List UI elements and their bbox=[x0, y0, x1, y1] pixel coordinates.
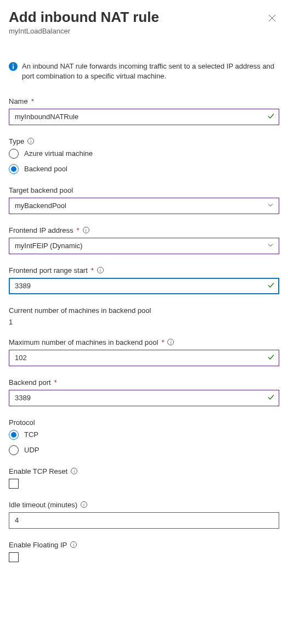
page-title: Add inbound NAT rule bbox=[9, 9, 159, 26]
radio-icon bbox=[9, 445, 19, 455]
name-label: Name bbox=[9, 97, 28, 105]
floating-ip-label: Enable Floating IP bbox=[9, 541, 67, 549]
help-icon[interactable]: i bbox=[27, 138, 34, 144]
port-start-input[interactable] bbox=[9, 278, 279, 294]
port-start-label: Frontend port range start bbox=[9, 266, 88, 275]
type-radio-pool[interactable]: Backend pool bbox=[9, 164, 279, 174]
tcp-reset-label: Enable TCP Reset bbox=[9, 467, 67, 475]
radio-label: UDP bbox=[24, 446, 39, 454]
info-text: An inbound NAT rule forwards incoming tr… bbox=[22, 61, 279, 81]
protocol-radio-udp[interactable]: UDP bbox=[9, 445, 279, 455]
required-indicator: * bbox=[161, 338, 164, 346]
idle-timeout-input[interactable] bbox=[9, 512, 279, 529]
required-indicator: * bbox=[91, 266, 94, 275]
required-indicator: * bbox=[77, 226, 80, 234]
close-icon bbox=[268, 14, 276, 22]
backend-port-label: Backend port bbox=[9, 378, 51, 387]
tcp-reset-checkbox[interactable] bbox=[9, 479, 19, 489]
radio-icon bbox=[9, 149, 19, 159]
radio-icon bbox=[9, 164, 19, 174]
name-input[interactable] bbox=[9, 109, 279, 125]
required-indicator: * bbox=[31, 97, 34, 105]
required-indicator: * bbox=[54, 378, 57, 387]
type-label: Type bbox=[9, 137, 24, 145]
radio-label: Backend pool bbox=[24, 165, 67, 173]
radio-icon bbox=[9, 430, 19, 440]
radio-label: TCP bbox=[24, 430, 38, 439]
max-machines-input[interactable] bbox=[9, 350, 279, 366]
svg-rect-1 bbox=[13, 66, 14, 69]
protocol-radio-group: TCP UDP bbox=[9, 430, 279, 455]
info-banner: An inbound NAT rule forwards incoming tr… bbox=[9, 61, 279, 81]
idle-timeout-label: Idle timeout (minutes) bbox=[9, 501, 77, 509]
close-button[interactable] bbox=[265, 11, 279, 25]
frontend-ip-label: Frontend IP address bbox=[9, 226, 74, 234]
help-icon[interactable]: i bbox=[167, 339, 174, 345]
current-machines-value: 1 bbox=[9, 318, 279, 326]
type-radio-vm[interactable]: Azure virtual machine bbox=[9, 149, 279, 159]
help-icon[interactable]: i bbox=[70, 541, 77, 548]
help-icon[interactable]: i bbox=[83, 227, 89, 233]
target-pool-select[interactable]: myBackendPool bbox=[9, 198, 279, 214]
current-machines-label: Current number of machines in backend po… bbox=[9, 306, 151, 315]
frontend-ip-select[interactable]: myIntFEIP (Dynamic) bbox=[9, 238, 279, 254]
help-icon[interactable]: i bbox=[71, 468, 77, 474]
type-radio-group: Azure virtual machine Backend pool bbox=[9, 149, 279, 174]
radio-label: Azure virtual machine bbox=[24, 149, 93, 158]
backend-port-input[interactable] bbox=[9, 390, 279, 406]
select-value: myIntFEIP (Dynamic) bbox=[15, 242, 82, 250]
protocol-radio-tcp[interactable]: TCP bbox=[9, 430, 279, 440]
info-icon bbox=[9, 62, 18, 74]
help-icon[interactable]: i bbox=[97, 267, 104, 273]
select-value: myBackendPool bbox=[15, 201, 66, 210]
floating-ip-checkbox[interactable] bbox=[9, 552, 19, 562]
help-icon[interactable]: i bbox=[81, 501, 87, 508]
protocol-label: Protocol bbox=[9, 418, 35, 427]
target-pool-label: Target backend pool bbox=[9, 186, 73, 194]
svg-point-2 bbox=[13, 64, 14, 65]
max-machines-label: Maximum number of machines in backend po… bbox=[9, 338, 158, 346]
subtitle: myIntLoadBalancer bbox=[9, 27, 279, 35]
